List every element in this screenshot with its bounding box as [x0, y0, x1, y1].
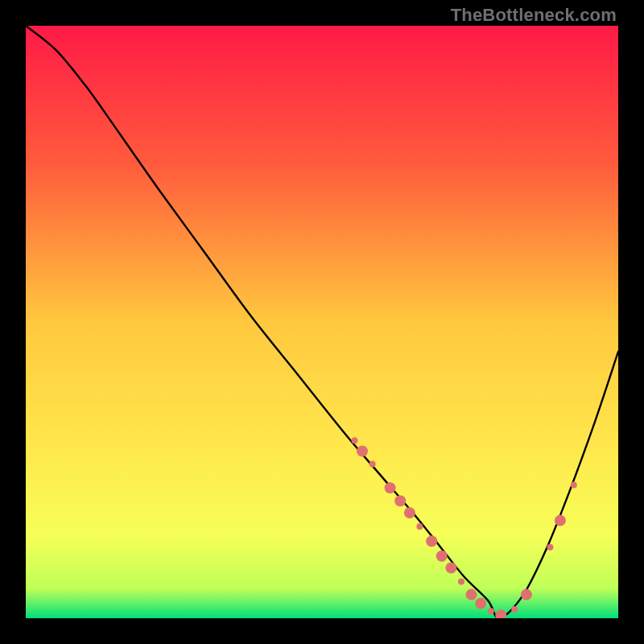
highlight-dot — [416, 523, 423, 530]
bottleneck-chart — [26, 26, 618, 618]
highlight-dot — [488, 608, 494, 614]
highlight-dot — [426, 535, 437, 547]
gradient-background — [26, 26, 618, 618]
highlight-dot — [466, 589, 477, 601]
highlight-dot — [547, 544, 553, 551]
highlight-dot — [511, 606, 518, 613]
highlight-dot — [445, 562, 456, 573]
highlight-dot — [352, 437, 358, 444]
highlight-dot — [369, 461, 376, 468]
highlight-dot — [404, 507, 415, 518]
highlight-dot — [458, 578, 464, 584]
highlight-dot — [436, 551, 448, 562]
chart-frame — [26, 26, 618, 618]
highlight-dot — [385, 482, 396, 493]
highlight-dot — [571, 481, 577, 488]
highlight-dot — [555, 515, 566, 526]
watermark-text: TheBottleneck.com — [451, 5, 617, 26]
highlight-dot — [357, 445, 368, 456]
highlight-dot — [475, 598, 486, 609]
highlight-dot — [394, 495, 406, 506]
highlight-dot — [521, 589, 532, 601]
